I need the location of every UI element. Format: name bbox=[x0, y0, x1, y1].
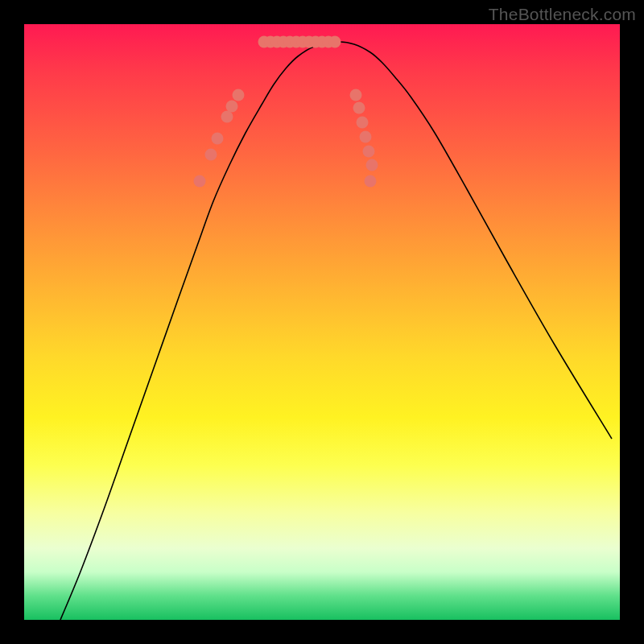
highlight-dot bbox=[205, 149, 217, 161]
bottleneck-curve bbox=[60, 42, 612, 620]
attribution-text: TheBottleneck.com bbox=[489, 5, 636, 24]
highlight-dot bbox=[363, 146, 375, 158]
flat-marker-dot bbox=[329, 36, 341, 48]
highlight-dot bbox=[194, 175, 206, 188]
flat-marker-group bbox=[258, 36, 341, 48]
plot-area bbox=[24, 24, 620, 620]
curve-svg bbox=[24, 24, 620, 620]
highlight-dot bbox=[365, 175, 377, 188]
highlight-dot bbox=[360, 131, 372, 143]
chart-frame: TheBottleneck.com bbox=[0, 0, 644, 644]
highlight-dots-group bbox=[194, 89, 378, 188]
highlight-dot bbox=[212, 133, 224, 145]
highlight-dot bbox=[353, 102, 365, 114]
highlight-dot bbox=[350, 89, 362, 101]
highlight-dot bbox=[221, 111, 233, 123]
highlight-dot bbox=[233, 89, 245, 101]
highlight-dot bbox=[366, 159, 378, 171]
highlight-dot bbox=[357, 117, 369, 129]
highlight-dot bbox=[226, 101, 238, 113]
